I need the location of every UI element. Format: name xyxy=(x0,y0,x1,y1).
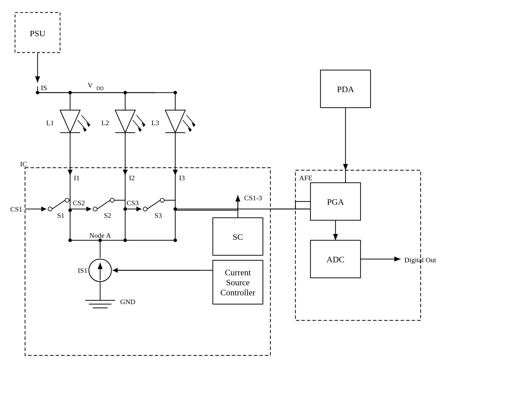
l1-label: L1 xyxy=(46,119,54,127)
cs2-label: CS2 xyxy=(73,199,85,207)
ic-label: IC xyxy=(20,160,27,168)
vdd-label: V xyxy=(88,81,93,89)
cs3-label: CS3 xyxy=(127,199,139,207)
l2-label: L2 xyxy=(101,119,109,127)
l3-label: L3 xyxy=(151,119,159,127)
svg-text:DD: DD xyxy=(96,86,104,91)
digital-out-label: Digital Out xyxy=(404,256,436,264)
csc-line1: Current xyxy=(225,268,251,277)
s2-label: S2 xyxy=(104,212,111,219)
i3-label: I3 xyxy=(179,174,185,182)
csc-line3: Controller xyxy=(220,288,255,297)
is1-label: IS1 xyxy=(78,267,88,274)
s3-label: S3 xyxy=(154,212,162,219)
is-label: IS xyxy=(41,84,47,92)
pda-label: PDA xyxy=(337,85,354,94)
node-a-label: Node A xyxy=(89,232,111,239)
i2-label: I2 xyxy=(129,174,135,182)
gnd-label: GND xyxy=(120,298,135,306)
svg-point-76 xyxy=(123,239,127,242)
circuit-diagram: PSU IS V DD L1 L2 xyxy=(0,0,513,420)
cs1-3-label: CS1-3 xyxy=(244,194,262,202)
svg-rect-0 xyxy=(0,0,513,420)
adc-label: ADC xyxy=(326,255,345,264)
psu-label: PSU xyxy=(30,29,45,38)
pga-label: PGA xyxy=(327,197,344,206)
i1-label: I1 xyxy=(74,174,80,182)
s1-label: S1 xyxy=(57,212,65,219)
sc-label: SC xyxy=(233,232,243,242)
svg-point-75 xyxy=(68,239,72,242)
cs1-label: CS1 xyxy=(10,205,22,213)
svg-point-77 xyxy=(174,239,177,242)
afe-label: AFE xyxy=(299,174,312,182)
csc-line2: Source xyxy=(226,278,250,287)
svg-point-79 xyxy=(98,239,102,242)
